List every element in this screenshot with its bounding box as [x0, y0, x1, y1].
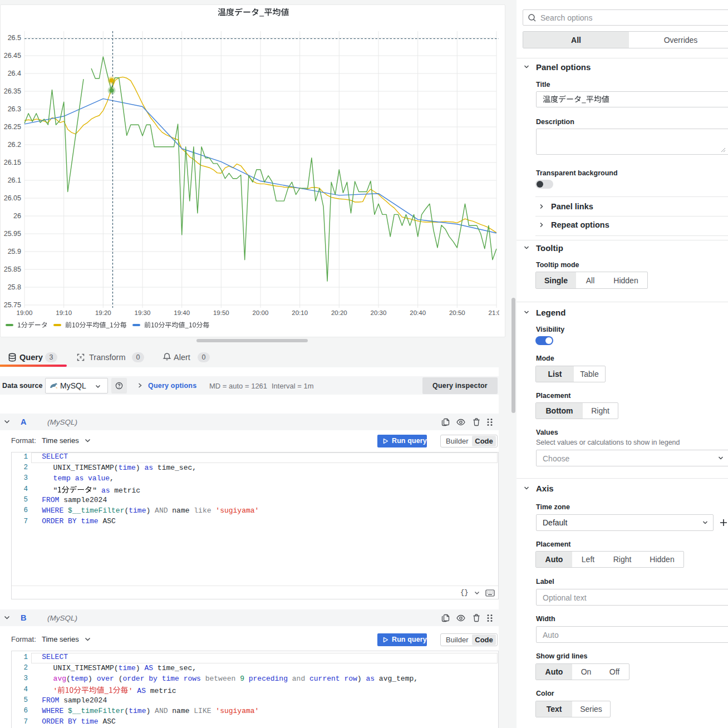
svg-text:26: 26 [13, 212, 21, 220]
svg-text:26.5: 26.5 [8, 34, 21, 42]
svg-text:25.95: 25.95 [4, 230, 21, 238]
svg-text:26.4: 26.4 [8, 70, 21, 77]
svg-text:19:30: 19:30 [135, 309, 151, 316]
svg-text:25.8: 25.8 [8, 283, 21, 291]
svg-text:26.35: 26.35 [4, 87, 21, 95]
svg-text:19:20: 19:20 [95, 309, 111, 316]
svg-text:20:30: 20:30 [371, 309, 387, 316]
svg-text:26.05: 26.05 [4, 194, 21, 202]
svg-text:26.1: 26.1 [8, 176, 21, 184]
svg-text:25.85: 25.85 [4, 265, 21, 273]
svg-text:20:50: 20:50 [449, 309, 465, 316]
svg-text:26.15: 26.15 [4, 159, 21, 166]
svg-text:20:20: 20:20 [331, 309, 347, 316]
svg-text:26.25: 26.25 [4, 123, 21, 131]
svg-text:26.45: 26.45 [4, 52, 21, 60]
svg-text:20:00: 20:00 [253, 309, 269, 316]
svg-text:26.3: 26.3 [8, 105, 21, 113]
svg-text:19:40: 19:40 [174, 309, 190, 316]
svg-text:20:40: 20:40 [410, 309, 426, 316]
svg-text:25.75: 25.75 [4, 301, 21, 309]
svg-text:21:00: 21:00 [489, 309, 505, 316]
svg-text:19:10: 19:10 [56, 309, 72, 316]
svg-text:19:00: 19:00 [17, 309, 33, 316]
svg-text:26.2: 26.2 [8, 141, 21, 149]
svg-text:19:50: 19:50 [213, 309, 229, 316]
svg-text:20:10: 20:10 [292, 309, 308, 316]
svg-text:25.9: 25.9 [8, 248, 21, 255]
